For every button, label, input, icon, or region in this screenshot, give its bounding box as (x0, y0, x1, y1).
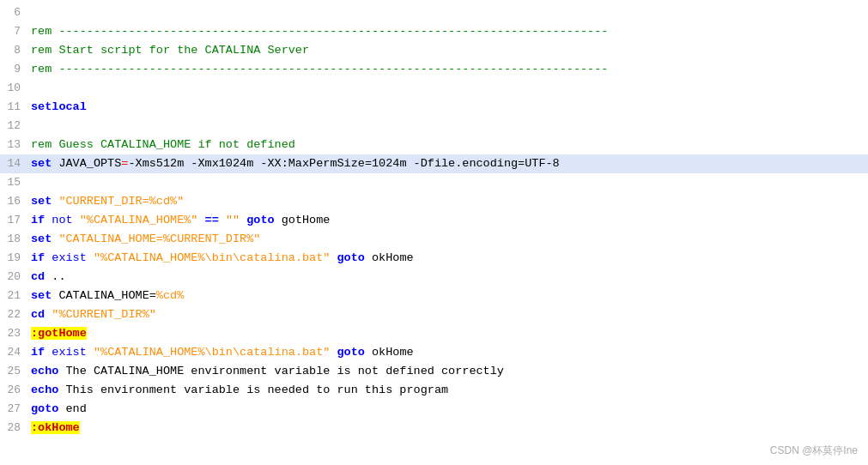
line-9: 9 rem ----------------------------------… (0, 60, 868, 79)
line-28: 28 :okHome (0, 419, 868, 438)
line-23: 23 :gotHome (0, 324, 868, 343)
line-12: 12 (0, 117, 868, 136)
line-19: 19 if exist "%CATALINA_HOME%\bin\catalin… (0, 249, 868, 268)
line-13: 13 rem Guess CATALINA_HOME if not define… (0, 136, 868, 154)
code-editor: 6 7 rem --------------------------------… (0, 0, 868, 465)
watermark: CSDN @杯莫停Ine (770, 444, 858, 458)
line-18: 18 set "CATALINA_HOME=%CURRENT_DIR%" (0, 230, 868, 249)
line-14: 14 set JAVA_OPTS=-Xms512m -Xmx1024m -XX:… (0, 154, 868, 173)
line-24: 24 if exist "%CATALINA_HOME%\bin\catalin… (0, 343, 868, 362)
line-22: 22 cd "%CURRENT_DIR%" (0, 305, 868, 324)
line-7: 7 rem ----------------------------------… (0, 22, 868, 41)
line-6: 6 (0, 3, 868, 22)
line-10: 10 (0, 79, 868, 98)
line-27: 27 goto end (0, 400, 868, 419)
line-21: 21 set CATALINA_HOME=%cd% (0, 287, 868, 305)
line-11: 11 setlocal (0, 98, 868, 117)
line-26: 26 echo This environment variable is nee… (0, 381, 868, 400)
line-16: 16 set "CURRENT_DIR=%cd%" (0, 192, 868, 211)
line-17: 17 if not "%CATALINA_HOME%" == "" goto g… (0, 211, 868, 230)
line-25: 25 echo The CATALINA_HOME environment va… (0, 362, 868, 381)
line-8: 8 rem Start script for the CATALINA Serv… (0, 41, 868, 60)
line-20: 20 cd .. (0, 268, 868, 287)
line-15: 15 (0, 173, 868, 192)
